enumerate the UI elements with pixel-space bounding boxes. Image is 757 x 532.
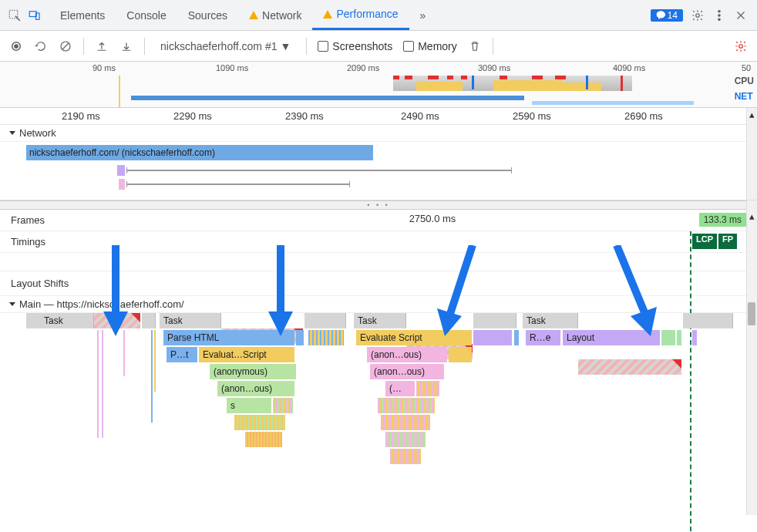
tab-performance[interactable]: Performance xyxy=(312,0,409,30)
frame-duration-center: 2750.0 ms xyxy=(108,210,757,224)
network-lane[interactable]: nickschaeferhoff.com/ (nickschaeferhoff.… xyxy=(0,142,757,200)
tab-more[interactable]: » xyxy=(409,0,437,30)
frame-duration-right: 133.3 ms xyxy=(699,213,746,227)
issues-badge[interactable]: 14 xyxy=(651,9,683,22)
main-ruler[interactable]: 2190 ms 2290 ms 2390 ms 2490 ms 2590 ms … xyxy=(0,108,757,125)
fn-bar[interactable]: s xyxy=(227,398,271,413)
tab-elements[interactable]: Elements xyxy=(49,0,116,30)
tab-network[interactable]: Network xyxy=(238,0,312,30)
kebab-icon[interactable] xyxy=(712,8,726,22)
anon-fn-bar[interactable]: (anon…ous) xyxy=(217,381,294,396)
long-task-bar[interactable] xyxy=(94,313,140,328)
overview-net xyxy=(0,94,728,105)
evaluate-script-bar[interactable]: Evaluat…Script xyxy=(199,347,294,362)
task-bar[interactable]: Task xyxy=(523,313,578,328)
capture-settings-icon[interactable] xyxy=(734,39,748,53)
gear-icon[interactable] xyxy=(691,8,705,22)
download-icon[interactable] xyxy=(119,39,133,53)
network-request-bar[interactable]: nickschaeferhoff.com/ (nickschaeferhoff.… xyxy=(26,145,373,160)
screenshots-checkbox[interactable]: Screenshots xyxy=(318,40,392,52)
lcp-marker[interactable]: LCP xyxy=(692,234,717,249)
scroll-up-icon[interactable]: ▴ xyxy=(747,108,757,120)
svg-point-4 xyxy=(718,10,720,12)
svg-point-10 xyxy=(739,44,743,48)
overview-timeline[interactable]: 90 ms 1090 ms 2090 ms 3090 ms 4090 ms 50… xyxy=(0,62,757,108)
recording-selector[interactable]: nickschaeferhoff.com #1 ▼ xyxy=(156,39,295,54)
task-bar[interactable]: Task xyxy=(160,313,221,328)
anon-fn-bar[interactable]: (anon…ous) xyxy=(370,364,444,379)
network-section-header[interactable]: Network xyxy=(0,125,757,142)
evaluate-script-bar[interactable]: Evaluate Script xyxy=(356,330,472,345)
parse-html-bar[interactable]: Parse HTML xyxy=(163,330,294,345)
clear-icon[interactable] xyxy=(59,39,72,53)
performance-toolbar: nickschaeferhoff.com #1 ▼ Screenshots Me… xyxy=(0,31,757,62)
overview-cpu xyxy=(0,76,728,93)
inspect-element-icon[interactable] xyxy=(8,8,22,22)
chevron-down-icon: ▼ xyxy=(281,40,291,52)
tab-console[interactable]: Console xyxy=(116,0,177,30)
frames-row[interactable]: Frames 2750.0 ms 133.3 ms ▴ xyxy=(0,210,757,231)
warning-icon xyxy=(323,10,332,19)
devtools-tab-bar: Elements Console Sources Network Perform… xyxy=(0,0,757,31)
layout-shifts-label: Layout Shifts xyxy=(0,278,108,289)
trash-icon[interactable] xyxy=(468,39,482,53)
tab-sources[interactable]: Sources xyxy=(177,0,238,30)
recalc-bar[interactable]: R…e xyxy=(526,330,560,345)
long-task-bar[interactable] xyxy=(578,359,681,375)
svg-point-5 xyxy=(718,14,720,15)
anon-fn-bar[interactable]: (anon…ous) xyxy=(367,347,447,362)
panel-tabs: Elements Console Sources Network Perform… xyxy=(49,0,436,30)
tab-bar-right: 14 xyxy=(641,8,757,22)
layout-shifts-row[interactable]: Layout Shifts xyxy=(0,271,757,296)
svg-point-8 xyxy=(15,44,19,48)
frames-label: Frames xyxy=(0,214,108,226)
fp-marker[interactable]: FP xyxy=(718,234,737,249)
reload-icon[interactable] xyxy=(34,39,48,53)
paint-bar[interactable]: P…t xyxy=(167,347,197,362)
disclosure-icon xyxy=(9,302,15,306)
svg-point-6 xyxy=(718,19,720,20)
close-icon[interactable] xyxy=(734,8,748,22)
inspect-controls xyxy=(0,8,49,22)
layout-bar[interactable]: Layout xyxy=(563,330,660,345)
main-thread-header[interactable]: Main — https://nickschaeferhoff.com/ xyxy=(0,296,757,313)
cpu-label: CPU xyxy=(735,76,754,91)
task-bar[interactable]: Task xyxy=(40,313,94,328)
memory-checkbox[interactable]: Memory xyxy=(403,40,457,52)
overview-ruler: 90 ms 1090 ms 2090 ms 3090 ms 4090 ms 50 xyxy=(0,62,757,76)
warning-icon xyxy=(249,11,258,19)
pane-divider[interactable]: • • • xyxy=(0,200,757,210)
disclosure-icon xyxy=(9,131,15,135)
upload-icon[interactable] xyxy=(95,39,109,53)
request-whisker xyxy=(126,170,512,171)
scroll-up-icon[interactable]: ▴ xyxy=(747,210,757,222)
anon-fn-bar[interactable]: (anonymous) xyxy=(210,364,296,379)
svg-point-3 xyxy=(696,13,700,17)
request-whisker xyxy=(126,184,350,185)
timings-label: Timings xyxy=(0,236,108,247)
task-bar[interactable]: Task xyxy=(354,313,406,328)
record-icon[interactable] xyxy=(9,39,23,53)
timings-row[interactable]: Timings LCP FP xyxy=(0,231,757,253)
device-toolbar-icon[interactable] xyxy=(28,8,42,22)
anon-fn-bar[interactable]: (… xyxy=(385,381,415,396)
net-label: NET xyxy=(735,91,754,106)
flame-chart[interactable]: Task Task Task Task Parse HTML Evaluate … xyxy=(0,313,757,506)
